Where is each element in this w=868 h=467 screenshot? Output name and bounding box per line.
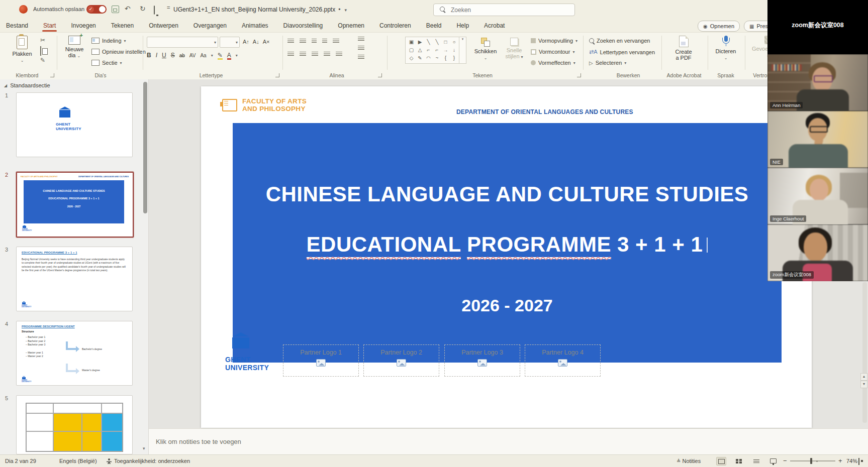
quick-styles-button[interactable]: Snelle stijlen ▾	[502, 38, 527, 60]
paste-button[interactable]: Plakken⌄	[9, 36, 35, 64]
font-color-button[interactable]: A	[227, 52, 231, 58]
previous-slide-button[interactable]: ▲	[860, 373, 867, 381]
slide-editing-area[interactable]: FACULTY OF ARTSAND PHILOSOPHY DEPARTMENT…	[201, 86, 812, 428]
document-title[interactable]: UGent3+1+1_EN short_Beijing Normal Unive…	[173, 6, 347, 13]
underline-button[interactable]: U	[162, 52, 166, 59]
partner-logo-placeholder-1[interactable]: Partner Logo 1	[283, 344, 359, 377]
ghent-university-logo[interactable]: GHENTUNIVERSITY	[225, 337, 269, 372]
line-shape-icon[interactable]: ╲	[424, 38, 433, 46]
title-placeholder[interactable]: CHINESE LANGUAGE AND CULTURE STUDIES EDU…	[233, 123, 782, 363]
next-slide-button[interactable]: ▼	[860, 381, 867, 388]
zoom-level[interactable]: 74%	[846, 458, 857, 464]
right-arrow-shape-icon[interactable]: →	[441, 46, 450, 54]
fit-to-window-button[interactable]	[858, 458, 859, 464]
shrink-font-button[interactable]: A↓	[253, 39, 259, 45]
tab-diavoorstelling[interactable]: Diavoorstelling	[282, 22, 324, 29]
notes-toggle-button[interactable]: ≜ Notities	[677, 458, 701, 464]
elbow-arrow-connector-icon[interactable]: ⌐	[433, 46, 441, 54]
search-input[interactable]	[450, 5, 567, 15]
align-center-button[interactable]	[300, 52, 306, 57]
create-pdf-button[interactable]: Createa PDF	[667, 36, 700, 61]
participant-video-ann-heirman[interactable]: Ann Heirman	[767, 54, 868, 111]
save-icon[interactable]	[112, 6, 119, 13]
section-header[interactable]: ◢ Standaardsectie	[4, 82, 50, 88]
justify-button[interactable]	[324, 52, 330, 57]
cut-icon[interactable]: ✂	[40, 37, 45, 44]
start-slideshow-icon[interactable]	[154, 6, 155, 14]
layout-button[interactable]: Indeling▾	[91, 38, 126, 44]
normal-view-button[interactable]	[716, 457, 726, 465]
align-right-button[interactable]	[312, 52, 318, 57]
shape-outline-button[interactable]: Vormcontour▾	[531, 49, 574, 55]
find-replace-button[interactable]: Zoeken en vervangen	[589, 38, 650, 44]
undo-icon[interactable]: ↶	[125, 5, 131, 13]
italic-button[interactable]: I	[156, 52, 157, 59]
scroll-down-icon[interactable]: ▾	[143, 446, 145, 451]
thumbnail-scrollbar[interactable]: ▾	[143, 82, 147, 451]
tab-tekenen[interactable]: Tekenen	[110, 22, 135, 29]
left-brace-shape-icon[interactable]: {	[441, 54, 450, 62]
numbering-button[interactable]	[300, 39, 306, 44]
line-spacing-button[interactable]	[333, 39, 339, 44]
partner-logo-placeholder-3[interactable]: Partner Logo 3	[444, 344, 520, 377]
tab-ontwerpen[interactable]: Ontwerpen	[148, 22, 179, 29]
strikethrough-button[interactable]: S	[171, 52, 175, 59]
redo-icon[interactable]: ↻	[140, 5, 146, 13]
clipboard-dialog-launcher[interactable]	[50, 73, 54, 77]
slide-thumbnail-2-selected[interactable]: FACULTY OF ARTS AND PHILOSOPHY DEPARTMEN…	[16, 172, 134, 238]
shape-gallery[interactable]: ▣ ▶ ╲ ╲ □ ○ ▢ △ ⌐ ⌐ → ↓ ◇ ✎ ◠ ~ { }	[405, 37, 460, 64]
slide-title-line2[interactable]: EDUCATIONAL PROGRAMME 3 + 1 + 1	[233, 232, 782, 257]
new-slide-button[interactable]: Nieuwe dia ⌄	[61, 36, 87, 59]
drawing-dialog-launcher[interactable]	[577, 73, 581, 77]
change-case-button[interactable]: Aa	[200, 53, 206, 58]
tab-help[interactable]: Help	[455, 22, 470, 29]
curve-shape-icon[interactable]: ~	[433, 54, 441, 62]
partner-logo-placeholder-2[interactable]: Partner Logo 2	[363, 344, 439, 377]
increase-indent-button[interactable]	[322, 39, 327, 44]
arrange-button[interactable]: Schikken⌄	[471, 38, 500, 61]
text-direction-button[interactable]	[358, 37, 364, 42]
tab-start[interactable]: Start	[42, 22, 57, 29]
grow-font-button[interactable]: A↑	[243, 39, 249, 45]
font-size-combo[interactable]: ▾	[220, 37, 240, 48]
section-button[interactable]: Sectie▾	[91, 60, 122, 66]
zoom-in-button[interactable]: +	[838, 457, 842, 464]
shape-fill-button[interactable]: Vormopvulling▾	[531, 38, 577, 44]
copy-icon[interactable]	[40, 47, 41, 56]
bold-button[interactable]: B	[147, 52, 151, 59]
textbox-shape-icon[interactable]: ▣	[407, 38, 416, 46]
participant-video-zoom-room[interactable]: zoom新会议室008	[767, 224, 868, 281]
participant-video-nie[interactable]: NIE	[767, 111, 868, 168]
media-shape-icon[interactable]: ▶	[416, 38, 424, 46]
zoom-slider[interactable]	[790, 458, 836, 465]
shape-gallery-scrollbar[interactable]: ▾	[459, 37, 466, 64]
arrow-line-shape-icon[interactable]: ╲	[433, 38, 441, 46]
scribble-shape-icon[interactable]: ✎	[416, 54, 424, 62]
scrollbar-thumb[interactable]	[143, 82, 147, 213]
tab-animaties[interactable]: Animaties	[241, 22, 269, 29]
replace-fonts-button[interactable]: ⇄A Lettertypen vervangen	[589, 49, 655, 55]
select-button[interactable]: ▷ Selecteren▾	[589, 60, 626, 66]
font-dialog-launcher[interactable]	[275, 73, 279, 77]
notes-pane[interactable]: Klik om notities toe te voegen	[149, 428, 868, 455]
zoom-slider-thumb[interactable]	[810, 458, 812, 464]
participant-video-inge-claerhout[interactable]: Inge Claerhout	[767, 168, 868, 224]
reset-button[interactable]: Opnieuw instellen	[91, 49, 146, 55]
tab-invoegen[interactable]: Invoegen	[70, 22, 97, 29]
slide-indicator[interactable]: Dia 2 van 29	[5, 458, 36, 464]
faculty-logo[interactable]: FACULTY OF ARTSAND PHILOSOPHY	[222, 97, 307, 112]
accessibility-status[interactable]: Toegankelijkheid: onderzoeken	[107, 458, 190, 464]
tab-bestand[interactable]: Bestand	[5, 22, 29, 29]
smartart-convert-button[interactable]	[358, 55, 364, 60]
tab-acrobat[interactable]: Acrobat	[483, 22, 506, 29]
record-button[interactable]: ◉ Opnemen	[698, 21, 740, 32]
tab-beeld[interactable]: Beeld	[425, 22, 443, 29]
triangle-shape-icon[interactable]: △	[416, 46, 424, 54]
rounded-rect-shape-icon[interactable]: ▢	[407, 46, 416, 54]
rectangle-shape-icon[interactable]: □	[441, 38, 450, 46]
touch-mode-icon[interactable]: =	[167, 5, 170, 11]
decrease-indent-button[interactable]	[312, 39, 317, 44]
highlight-color-button[interactable]: ✎	[218, 52, 223, 58]
font-name-combo[interactable]: ▾	[147, 37, 218, 48]
autosave-toggle[interactable]: ✓	[86, 5, 107, 14]
